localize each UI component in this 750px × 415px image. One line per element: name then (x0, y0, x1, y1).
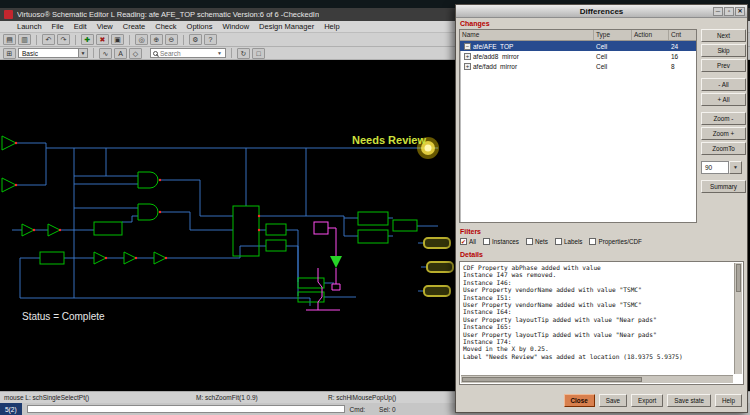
menu-file[interactable]: File (47, 22, 69, 31)
input-buffer[interactable] (2, 136, 16, 150)
table-row[interactable]: − afe/AFE_TOP Cell 24 (460, 41, 696, 51)
expander-icon[interactable]: + (464, 63, 471, 70)
expand-all-button[interactable]: + All (701, 93, 746, 106)
and-gate[interactable] (138, 172, 158, 188)
menu-window[interactable]: Window (217, 22, 254, 31)
zoom-in-icon[interactable]: ⊕ (150, 34, 163, 45)
schematic-status-label[interactable]: Status = Complete (22, 311, 105, 322)
table-row[interactable]: + afe/add8_mirror Cell 16 (460, 51, 696, 61)
export-button[interactable]: Export (631, 394, 663, 407)
checkbox-icon[interactable] (483, 238, 490, 245)
block-instance[interactable] (233, 206, 259, 256)
dialog-maximize-icon[interactable]: ▫ (724, 7, 734, 16)
search-chevron-icon[interactable]: ▼ (217, 50, 222, 56)
filter-instances[interactable]: Instances (483, 238, 519, 245)
details-horizontal-scrollbar[interactable] (461, 375, 733, 383)
inverter[interactable] (124, 252, 136, 264)
wire-icon[interactable]: ∿ (99, 48, 112, 59)
filter-labels[interactable]: Labels (555, 238, 583, 245)
search-input[interactable] (160, 50, 215, 57)
save-button[interactable]: Save (599, 394, 627, 407)
block-instance[interactable] (298, 292, 324, 302)
zoom-level-combo[interactable]: 90 ▼ (701, 161, 746, 174)
collapse-all-button[interactable]: - All (701, 78, 746, 91)
window-title: Virtuoso® Schematic Editor L Reading: af… (17, 10, 319, 19)
checkbox-checked-icon[interactable]: ✔ (460, 238, 467, 245)
menu-check[interactable]: Check (150, 22, 181, 31)
block-instance[interactable] (40, 252, 64, 264)
expander-icon[interactable]: − (464, 43, 471, 50)
menu-view[interactable]: View (92, 22, 118, 31)
pin-icon[interactable]: ◇ (129, 48, 142, 59)
pad-instances[interactable] (424, 238, 453, 296)
block-instance[interactable] (298, 278, 324, 288)
settings-icon[interactable]: ⚙ (189, 34, 202, 45)
block-instance[interactable] (94, 222, 122, 235)
detail-line: Instance I47 was removed. (463, 271, 731, 278)
expander-icon[interactable]: + (464, 53, 471, 60)
filter-checkboxes: ✔ All Instances Nets Labels Properties/C… (460, 238, 744, 245)
search-box[interactable]: ▼ (150, 48, 226, 58)
filter-properties-cdf[interactable]: Properties/CDF (589, 238, 641, 245)
fit-view-icon[interactable]: □ (252, 48, 265, 59)
menu-options[interactable]: Options (182, 22, 218, 31)
refresh-icon[interactable]: ↻ (237, 48, 250, 59)
delete-icon[interactable]: ✖ (96, 34, 109, 45)
zoom-out-button[interactable]: Zoom - (701, 112, 746, 125)
detail-line: User Property layoutTip added with value… (463, 331, 731, 338)
scrollbar-thumb[interactable] (736, 264, 741, 292)
input-buffer[interactable] (2, 178, 16, 192)
inverter[interactable] (94, 252, 106, 264)
checkbox-icon[interactable] (589, 238, 596, 245)
help-button[interactable]: Help (715, 394, 742, 407)
filter-nets[interactable]: Nets (526, 238, 548, 245)
block-instance[interactable] (266, 224, 286, 235)
label-icon[interactable]: A (114, 48, 127, 59)
menu-design-manager[interactable]: Design Manager (254, 22, 319, 31)
detail-line: Instance I74: (463, 338, 731, 345)
menu-help[interactable]: Help (319, 22, 344, 31)
checkbox-icon[interactable] (555, 238, 562, 245)
inverter[interactable] (154, 252, 166, 264)
undo-icon[interactable]: ↶ (42, 34, 55, 45)
prev-button[interactable]: Prev (701, 59, 746, 72)
open-icon[interactable]: ▤ (3, 34, 16, 45)
details-vertical-scrollbar[interactable] (734, 263, 742, 374)
needs-review-label[interactable]: Needs Review (352, 134, 426, 146)
zoom-out-icon[interactable]: ⊖ (165, 34, 178, 45)
inverter[interactable] (48, 224, 60, 236)
save-state-button[interactable]: Save state (667, 394, 711, 407)
filter-all[interactable]: ✔ All (460, 238, 476, 245)
skip-button[interactable]: Skip (701, 44, 746, 57)
close-button[interactable]: Close (564, 394, 595, 407)
checkbox-icon[interactable] (526, 238, 533, 245)
dialog-close-icon[interactable]: ✕ (735, 7, 745, 16)
properties-icon[interactable]: ▣ (111, 34, 124, 45)
workspace-combo[interactable]: Basic ▼ (18, 48, 88, 58)
help-icon[interactable]: ? (204, 34, 217, 45)
scrollbar-thumb[interactable] (462, 377, 642, 382)
add-icon[interactable]: ✚ (81, 34, 94, 45)
zoom-fit-icon[interactable]: ◎ (135, 34, 148, 45)
schematic-components[interactable] (2, 136, 417, 302)
command-input[interactable] (27, 405, 345, 413)
selected-buffer[interactable] (330, 256, 342, 268)
zoom-to-button[interactable]: ZoomTo (701, 142, 746, 155)
and-gate[interactable] (138, 204, 158, 220)
inverter[interactable] (22, 224, 34, 236)
instance-icon[interactable]: ⊞ (3, 48, 16, 59)
summary-button[interactable]: Summary (701, 180, 746, 193)
menu-edit[interactable]: Edit (69, 22, 92, 31)
next-button[interactable]: Next (701, 29, 746, 42)
menu-launch[interactable]: Launch (12, 22, 47, 31)
table-row[interactable]: + afe/fadd_mirror Cell 8 (460, 61, 696, 71)
block-instance[interactable] (358, 212, 388, 225)
dialog-minimize-icon[interactable]: ─ (713, 7, 723, 16)
block-instance[interactable] (266, 240, 286, 251)
block-instance[interactable] (393, 220, 417, 231)
zoom-in-button[interactable]: Zoom + (701, 127, 746, 140)
redo-icon[interactable]: ↷ (57, 34, 70, 45)
menu-create[interactable]: Create (118, 22, 151, 31)
save-icon[interactable]: ▥ (18, 34, 31, 45)
block-instance[interactable] (358, 230, 388, 243)
